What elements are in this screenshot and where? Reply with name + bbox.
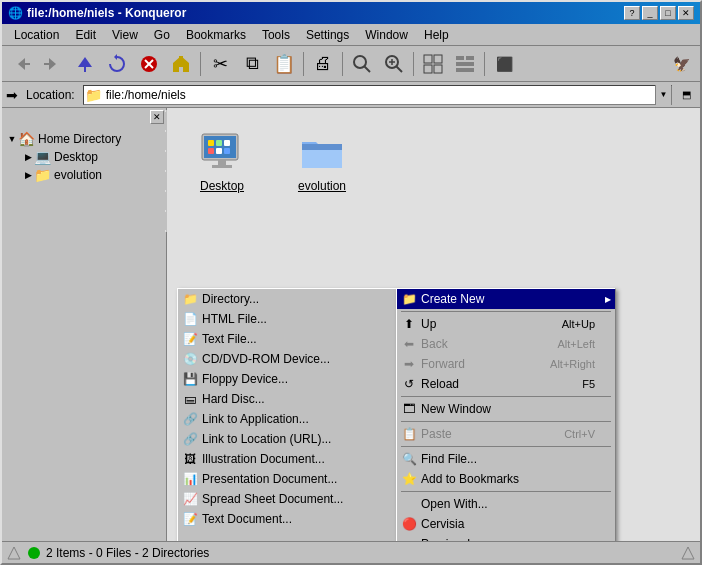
cm-new-window[interactable]: 🗔 New Window bbox=[397, 399, 615, 419]
panel-close-button[interactable]: ✕ bbox=[150, 110, 164, 124]
file-item-desktop[interactable]: Desktop bbox=[187, 128, 257, 194]
back-button[interactable] bbox=[6, 49, 36, 79]
status-icon bbox=[6, 545, 22, 561]
svg-rect-30 bbox=[208, 140, 214, 146]
cm-up-icon: ⬆ bbox=[401, 316, 417, 332]
cm-text-icon: 📝 bbox=[182, 331, 198, 347]
home-button[interactable] bbox=[166, 49, 196, 79]
cm-cd-device[interactable]: 💿 CD/DVD-ROM Device... bbox=[178, 349, 396, 369]
maximize-button[interactable]: □ bbox=[660, 6, 676, 20]
menu-help[interactable]: Help bbox=[416, 26, 457, 44]
location-input[interactable] bbox=[104, 88, 655, 102]
cm-reload[interactable]: ↺ Reload F5 bbox=[397, 374, 615, 394]
cm-cervisia[interactable]: 🔴 Cervisia bbox=[397, 514, 615, 534]
stop-button[interactable] bbox=[134, 49, 164, 79]
svg-rect-35 bbox=[224, 148, 230, 154]
window-icon: 🌐 bbox=[8, 6, 23, 20]
menu-location[interactable]: Location bbox=[6, 26, 67, 44]
cm-up[interactable]: ⬆ Up Alt+Up bbox=[397, 314, 615, 334]
cm-find-file[interactable]: 🔍 Find File... bbox=[397, 449, 615, 469]
konqueror-button[interactable]: 🦅 bbox=[666, 49, 696, 79]
menu-edit[interactable]: Edit bbox=[67, 26, 104, 44]
help-button[interactable]: ? bbox=[624, 6, 640, 20]
cm-create-new-icon: 📁 bbox=[401, 291, 417, 307]
status-icon-right bbox=[680, 545, 696, 561]
file-grid: Desktop e bbox=[167, 108, 700, 214]
cm-create-new[interactable]: 📁 Create New bbox=[397, 289, 615, 309]
svg-rect-29 bbox=[212, 165, 232, 168]
zoom-in-button[interactable] bbox=[379, 49, 409, 79]
cm-paste[interactable]: 📋 Paste Ctrl+V bbox=[397, 424, 615, 444]
cm-sep-5 bbox=[401, 491, 611, 492]
tree-label-evolution: evolution bbox=[54, 168, 102, 182]
cm-preview-in[interactable]: Preview In bbox=[397, 534, 615, 541]
paste-button[interactable]: 📋 bbox=[269, 49, 299, 79]
find-button[interactable] bbox=[347, 49, 377, 79]
print-button[interactable]: 🖨 bbox=[308, 49, 338, 79]
view-list-button[interactable] bbox=[450, 49, 480, 79]
cm-html-file[interactable]: 📄 HTML File... bbox=[178, 309, 396, 329]
forward-button[interactable] bbox=[38, 49, 68, 79]
cm-floppy[interactable]: 💾 Floppy Device... bbox=[178, 369, 396, 389]
cm-text-doc[interactable]: 📝 Text Document... bbox=[178, 509, 396, 529]
svg-rect-19 bbox=[434, 55, 442, 63]
file-item-evolution[interactable]: evolution bbox=[287, 128, 357, 194]
tree-view: ▼ 🏠 Home Directory ▶ 💻 Desktop ▶ 📁 evolu… bbox=[2, 126, 166, 541]
svg-rect-27 bbox=[204, 136, 236, 158]
titlebar-left: 🌐 file:/home/niels - Konqueror bbox=[8, 6, 186, 20]
cm-text-file[interactable]: 📝 Text File... bbox=[178, 329, 396, 349]
copy-button[interactable]: ⧉ bbox=[237, 49, 267, 79]
toolbar-sep-3 bbox=[342, 52, 343, 76]
terminal-button[interactable]: ⬛ bbox=[489, 49, 519, 79]
svg-rect-21 bbox=[434, 65, 442, 73]
svg-rect-33 bbox=[208, 148, 214, 154]
detach-button[interactable]: ⬒ bbox=[676, 85, 696, 105]
cm-open-with[interactable]: Open With... bbox=[397, 494, 615, 514]
menu-settings[interactable]: Settings bbox=[298, 26, 357, 44]
status-text: 2 Items - 0 Files - 2 Directories bbox=[46, 546, 209, 560]
minimize-button[interactable]: _ bbox=[642, 6, 658, 20]
svg-line-15 bbox=[396, 66, 402, 72]
file-icon-evolution bbox=[298, 128, 346, 176]
file-icon-desktop bbox=[198, 128, 246, 176]
location-input-wrap: 📁 ▼ bbox=[83, 85, 672, 105]
cm-forward[interactable]: ➡ Forward Alt+Right bbox=[397, 354, 615, 374]
statusbar: 2 Items - 0 Files - 2 Directories bbox=[2, 541, 700, 563]
cm-presentation[interactable]: 📊 Presentation Document... bbox=[178, 469, 396, 489]
svg-rect-25 bbox=[466, 56, 474, 60]
tree-expand-desktop: ▶ bbox=[22, 151, 34, 163]
svg-marker-37 bbox=[682, 547, 694, 559]
cm-illustration[interactable]: 🖼 Illustration Document... bbox=[178, 449, 396, 469]
cm-spreadsheet[interactable]: 📈 Spread Sheet Document... bbox=[178, 489, 396, 509]
location-label: Location: bbox=[22, 88, 79, 102]
tree-item-evolution[interactable]: ▶ 📁 evolution bbox=[22, 166, 162, 184]
menu-view[interactable]: View bbox=[104, 26, 146, 44]
toolbar: ✂ ⧉ 📋 🖨 ⬛ 🦅 bbox=[2, 46, 700, 82]
cm-preview-icon bbox=[401, 536, 417, 541]
cm-hard-disc[interactable]: 🖴 Hard Disc... bbox=[178, 389, 396, 409]
up-button[interactable] bbox=[70, 49, 100, 79]
tree-item-desktop[interactable]: ▶ 💻 Desktop bbox=[22, 148, 162, 166]
cut-button[interactable]: ✂ bbox=[205, 49, 235, 79]
cm-back[interactable]: ⬅ Back Alt+Left bbox=[397, 334, 615, 354]
menu-go[interactable]: Go bbox=[146, 26, 178, 44]
cm-link-app[interactable]: 🔗 Link to Application... bbox=[178, 409, 396, 429]
location-dropdown-button[interactable]: ▼ bbox=[655, 85, 671, 105]
cm-add-bookmarks[interactable]: ⭐ Add to Bookmarks bbox=[397, 469, 615, 489]
svg-rect-24 bbox=[456, 68, 474, 72]
reload-button[interactable] bbox=[102, 49, 132, 79]
toolbar-sep-2 bbox=[303, 52, 304, 76]
cm-link-url[interactable]: 🔗 Link to Location (URL)... bbox=[178, 429, 396, 449]
cm-directory[interactable]: 📁 Directory... bbox=[178, 289, 396, 309]
cm-paste-icon: 📋 bbox=[401, 426, 417, 442]
close-button[interactable]: ✕ bbox=[678, 6, 694, 20]
tree-item-root[interactable]: ▼ 🏠 Home Directory bbox=[6, 130, 162, 148]
context-menu-left: 📁 Directory... 📄 HTML File... 📝 Text Fil… bbox=[177, 288, 397, 541]
menubar: Location Edit View Go Bookmarks Tools Se… bbox=[2, 24, 700, 46]
tree-label-root: Home Directory bbox=[38, 132, 121, 146]
content-area: Desktop e bbox=[167, 108, 700, 541]
menu-tools[interactable]: Tools bbox=[254, 26, 298, 44]
menu-bookmarks[interactable]: Bookmarks bbox=[178, 26, 254, 44]
menu-window[interactable]: Window bbox=[357, 26, 416, 44]
view-icons-button[interactable] bbox=[418, 49, 448, 79]
